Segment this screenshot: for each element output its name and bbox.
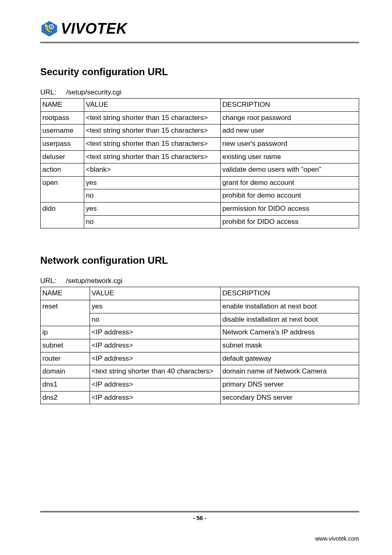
table-row: no prohibit for DIDO access xyxy=(41,215,359,228)
table-row: subnet <IP address> subnet mask xyxy=(41,339,359,352)
table-header-row: NAME VALUE DESCRIPTION xyxy=(41,99,359,112)
network-table: NAME VALUE DESCRIPTION reset yes enable … xyxy=(40,287,359,404)
table-row: userpass <text string shorter than 15 ch… xyxy=(41,137,359,150)
table-row: domain <text string shorter than 40 char… xyxy=(41,365,359,378)
header-divider xyxy=(40,42,359,43)
table-row: no disable installation at next boot xyxy=(41,313,359,326)
url-value: /setup/network.cgi xyxy=(66,277,122,285)
url-label: URL: xyxy=(40,88,64,97)
table-row: router <IP address> default gateway xyxy=(41,352,359,365)
col-desc: DESCRIPTION xyxy=(221,99,359,112)
url-value: /setup/security.cgi xyxy=(66,88,122,96)
brand-logo: VIVOTEK xyxy=(40,20,359,38)
security-url-line: URL: /setup/security.cgi xyxy=(40,88,359,97)
table-row: username <text string shorter than 15 ch… xyxy=(41,124,359,138)
table-row: no prohibit for demo account xyxy=(41,189,359,203)
col-desc: DESCRIPTION xyxy=(221,287,359,300)
footer-site: www.vivotek.com xyxy=(40,535,359,542)
table-row: action <blank> validate demo users with … xyxy=(41,164,359,177)
network-url-line: URL: /setup/network.cgi xyxy=(40,277,359,285)
page-footer: - 56 - www.vivotek.com xyxy=(0,511,392,555)
section-heading-security: Security configuration URL xyxy=(40,66,359,78)
table-header-row: NAME VALUE DESCRIPTION xyxy=(41,287,359,300)
col-name: NAME xyxy=(41,99,84,112)
section-heading-network: Network configuration URL xyxy=(40,255,359,266)
table-row: deluser <text string shorter than 15 cha… xyxy=(41,150,359,164)
table-row: ip <IP address> Network Camera's IP addr… xyxy=(41,326,359,339)
col-value: VALUE xyxy=(90,287,221,300)
brand-name: VIVOTEK xyxy=(61,20,127,37)
url-label: URL: xyxy=(40,277,64,285)
col-value: VALUE xyxy=(84,99,221,112)
table-row: dns2 <IP address> secondary DNS server xyxy=(41,391,359,404)
page-number: - 56 - xyxy=(40,515,359,521)
table-row: open yes grant for demo account xyxy=(41,176,359,189)
table-row: dido yes permission for DIDO access xyxy=(41,203,359,216)
svg-point-3 xyxy=(51,26,52,27)
svg-marker-0 xyxy=(42,21,57,37)
table-row: reset yes enable installation at next bo… xyxy=(41,300,359,313)
footer-divider xyxy=(40,511,359,512)
brand-mark-icon xyxy=(40,20,58,38)
security-table: NAME VALUE DESCRIPTION rootpass <text st… xyxy=(40,98,359,228)
col-name: NAME xyxy=(41,287,90,300)
table-row: rootpass <text string shorter than 15 ch… xyxy=(41,111,359,124)
table-row: dns1 <IP address> primary DNS server xyxy=(41,378,359,391)
